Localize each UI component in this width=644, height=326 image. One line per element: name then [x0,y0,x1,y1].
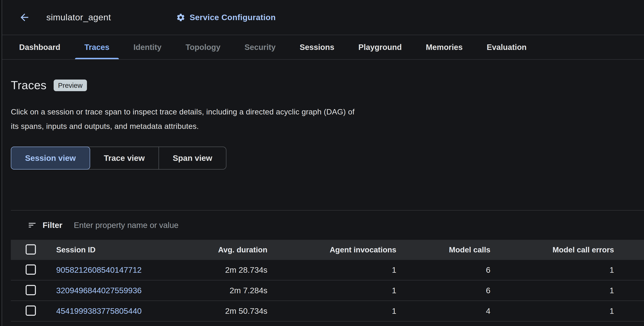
filter-label: Filter [42,221,62,230]
row-checkbox-cell [11,305,46,317]
tab-evaluation[interactable]: Evaluation [477,35,536,59]
page-description: Click on a session or trace span to insp… [11,105,358,133]
table-row: 4541999383775805440 2m 50.734s 1 4 1 [11,301,644,321]
avg-duration-value: 2m 28.734s [145,265,268,275]
model-calls-value: 4 [396,306,490,316]
tab-traces[interactable]: Traces [75,35,119,59]
session-view-button[interactable]: Session view [11,147,90,170]
service-configuration-button[interactable]: Service Configuration [176,13,276,22]
avg-duration-value: 2m 7.284s [145,286,268,295]
agent-invocations-value: 1 [268,306,396,316]
column-header-session-id: Session ID [46,245,145,254]
model-calls-value: 6 [396,265,490,275]
model-call-errors-value: 1 [490,286,614,295]
filter-bar: Filter [11,211,644,240]
table-row: 9058212608540147712 2m 28.734s 1 6 1 [11,260,644,280]
row-checkbox[interactable] [26,264,36,275]
column-header-avg-duration: Avg. duration [145,245,268,254]
column-header-agent-invocations: Agent invocations [268,245,396,254]
model-call-errors-value: 1 [490,306,614,316]
filter-input[interactable] [74,221,644,230]
row-checkbox[interactable] [26,285,36,295]
row-checkbox-cell [11,264,46,276]
preview-badge: Preview [54,80,87,91]
tab-security: Security [235,35,285,59]
tab-dashboard[interactable]: Dashboard [10,35,70,59]
agent-title: simulator_agent [46,12,111,23]
agent-invocations-value: 1 [268,286,396,295]
select-all-checkbox[interactable] [26,244,36,254]
tab-topology: Topology [176,35,230,59]
table-row: 3209496844027559936 2m 7.284s 1 6 1 [11,280,644,301]
avg-duration-value: 2m 50.734s [145,306,268,316]
span-view-button[interactable]: Span view [158,147,226,169]
page-heading-row: Traces Preview [11,79,644,92]
arrow-back-icon [19,12,30,23]
session-id-link[interactable]: 4541999383775805440 [56,306,142,315]
session-id-link[interactable]: 3209496844027559936 [56,286,142,295]
select-all-cell [11,244,46,255]
session-id-link[interactable]: 9058212608540147712 [56,265,142,274]
page-title: Traces [11,79,46,92]
window-left-edge [0,0,2,326]
service-configuration-label: Service Configuration [190,13,276,22]
model-calls-value: 6 [396,286,490,295]
column-header-model-call-errors: Model call errors [490,245,614,254]
tab-bar: Dashboard Traces Identity Topology Secur… [0,35,644,60]
tab-playground[interactable]: Playground [349,35,411,59]
tab-identity: Identity [124,35,171,59]
column-header-model-calls: Model calls [396,245,490,254]
app-bar: simulator_agent Service Configuration [0,0,644,35]
row-checkbox[interactable] [26,305,36,316]
back-button[interactable] [19,12,30,23]
tab-memories[interactable]: Memories [416,35,472,59]
sessions-table-card: Filter Session ID Avg. duration Agent in… [11,210,644,321]
model-call-errors-value: 1 [490,265,614,275]
agent-invocations-value: 1 [268,265,396,275]
gear-icon [176,13,185,22]
tab-sessions[interactable]: Sessions [290,35,344,59]
table-header-row: Session ID Avg. duration Agent invocatio… [11,240,644,260]
filter-sort-icon [28,221,37,230]
traces-page: Traces Preview Click on a session or tra… [0,60,644,321]
view-switcher: Session view Trace view Span view [11,147,226,170]
trace-view-button[interactable]: Trace view [90,147,158,169]
row-checkbox-cell [11,285,46,296]
